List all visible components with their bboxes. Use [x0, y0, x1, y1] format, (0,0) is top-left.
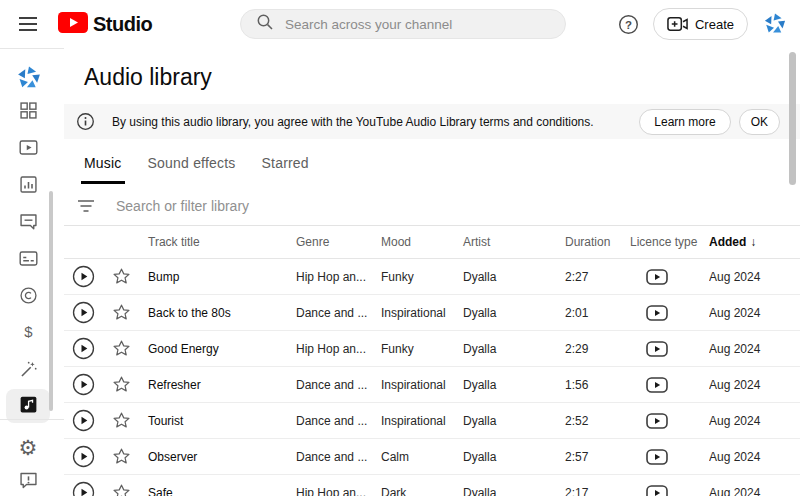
star-icon[interactable] [102, 266, 140, 287]
sidebar-item-earn[interactable]: $ [0, 317, 56, 351]
col-artist: Artist [463, 235, 565, 249]
licence-type-icon[interactable] [630, 485, 709, 496]
sidebar-item-content[interactable] [0, 132, 56, 166]
licence-type-icon[interactable] [630, 341, 709, 357]
licence-type-icon[interactable] [630, 269, 709, 285]
learn-more-button[interactable]: Learn more [639, 109, 730, 135]
track-duration: 2:01 [565, 306, 630, 320]
youtube-studio-logo[interactable]: Studio [58, 12, 152, 37]
channel-avatar[interactable] [15, 64, 43, 96]
create-button[interactable]: Create [653, 8, 748, 40]
licence-type-icon[interactable] [630, 413, 709, 429]
track-mood: Calm [381, 450, 463, 464]
play-track-button[interactable] [64, 481, 102, 496]
info-icon [76, 112, 95, 131]
track-title: Bump [140, 270, 296, 284]
licence-type-icon[interactable] [630, 377, 709, 393]
track-mood: Inspirational [381, 378, 463, 392]
analytics-icon [18, 174, 39, 199]
sidebar-item-feedback[interactable] [0, 465, 56, 496]
account-avatar[interactable] [762, 11, 788, 37]
col-added-sort[interactable]: Added↓ [709, 235, 800, 249]
play-track-button[interactable] [64, 301, 102, 324]
tab-starred[interactable]: Starred [262, 139, 309, 186]
magic-wand-icon [18, 359, 39, 384]
track-duration: 1:56 [565, 378, 630, 392]
copyright-icon [18, 285, 39, 310]
settings-gear-icon: ⚙ [19, 437, 38, 458]
track-title: Tourist [140, 414, 296, 428]
col-mood: Mood [381, 235, 463, 249]
content-icon [18, 137, 39, 162]
search-icon [256, 13, 274, 35]
track-row[interactable]: Good Energy Hip Hop an... Funky Dyalla 2… [64, 331, 800, 367]
tab-music[interactable]: Music [84, 139, 122, 186]
track-row[interactable]: Safe Hip Hop an... Dark Dyalla 2:17 Aug … [64, 475, 800, 496]
track-mood: Funky [381, 270, 463, 284]
track-title: Good Energy [140, 342, 296, 356]
sidebar-item-analytics[interactable] [0, 169, 56, 203]
col-licence-type: Licence type [630, 235, 709, 249]
track-duration: 2:17 [565, 486, 630, 496]
star-icon[interactable] [102, 446, 140, 467]
sidebar-item-dashboard[interactable] [0, 95, 56, 129]
channel-search-bar[interactable] [240, 9, 566, 39]
play-track-button[interactable] [64, 445, 102, 468]
track-row[interactable]: Back to the 80s Dance and ... Inspiratio… [64, 295, 800, 331]
star-icon[interactable] [102, 410, 140, 431]
ok-button[interactable]: OK [739, 109, 780, 135]
sidebar-item-audio-library[interactable] [6, 389, 50, 423]
track-added: Aug 2024 [709, 450, 800, 464]
library-tabs: Music Sound effects Starred [64, 139, 800, 186]
svg-text:?: ? [625, 18, 632, 30]
play-track-button[interactable] [64, 337, 102, 360]
track-artist: Dyalla [463, 414, 565, 428]
star-icon[interactable] [102, 482, 140, 496]
track-title: Safe [140, 486, 296, 496]
track-mood: Funky [381, 342, 463, 356]
track-title: Observer [140, 450, 296, 464]
filter-input[interactable] [116, 198, 516, 214]
play-track-button[interactable] [64, 265, 102, 288]
track-artist: Dyalla [463, 450, 565, 464]
play-track-button[interactable] [64, 409, 102, 432]
top-header: Studio ? Create [0, 0, 800, 48]
track-duration: 2:52 [565, 414, 630, 428]
menu-icon[interactable] [18, 16, 38, 32]
track-mood: Inspirational [381, 414, 463, 428]
create-video-icon [667, 16, 688, 32]
sidebar-item-settings[interactable]: ⚙ [0, 430, 56, 464]
track-row[interactable]: Observer Dance and ... Calm Dyalla 2:57 … [64, 439, 800, 475]
track-artist: Dyalla [463, 306, 565, 320]
filter-bar [64, 186, 800, 226]
track-duration: 2:27 [565, 270, 630, 284]
sidebar-item-copyright[interactable] [0, 280, 56, 314]
help-icon[interactable]: ? [618, 14, 639, 35]
licence-type-icon[interactable] [630, 449, 709, 465]
star-icon[interactable] [102, 374, 140, 395]
track-artist: Dyalla [463, 378, 565, 392]
star-icon[interactable] [102, 302, 140, 323]
sidebar-item-subtitles[interactable] [0, 243, 56, 277]
main-scrollbar[interactable] [789, 52, 796, 185]
track-row[interactable]: Tourist Dance and ... Inspirational Dyal… [64, 403, 800, 439]
comments-icon [18, 211, 39, 236]
sidebar-item-comments[interactable] [0, 206, 56, 240]
licence-type-icon[interactable] [630, 305, 709, 321]
create-button-label: Create [695, 17, 734, 32]
play-track-button[interactable] [64, 373, 102, 396]
sidebar-item-customization[interactable] [0, 354, 56, 388]
sidebar-scrollbar[interactable] [49, 191, 53, 411]
track-row[interactable]: Bump Hip Hop an... Funky Dyalla 2:27 Aug… [64, 259, 800, 295]
track-row[interactable]: Refresher Dance and ... Inspirational Dy… [64, 367, 800, 403]
col-track-title: Track title [140, 235, 296, 249]
star-icon[interactable] [102, 338, 140, 359]
track-genre: Dance and ... [296, 378, 381, 392]
table-header-row: Track title Genre Mood Artist Duration L… [64, 226, 800, 259]
sort-descending-icon: ↓ [750, 235, 756, 249]
track-mood: Dark [381, 486, 463, 496]
track-genre: Dance and ... [296, 450, 381, 464]
track-duration: 2:29 [565, 342, 630, 356]
tab-sound-effects[interactable]: Sound effects [148, 139, 236, 186]
search-input[interactable] [285, 17, 535, 32]
